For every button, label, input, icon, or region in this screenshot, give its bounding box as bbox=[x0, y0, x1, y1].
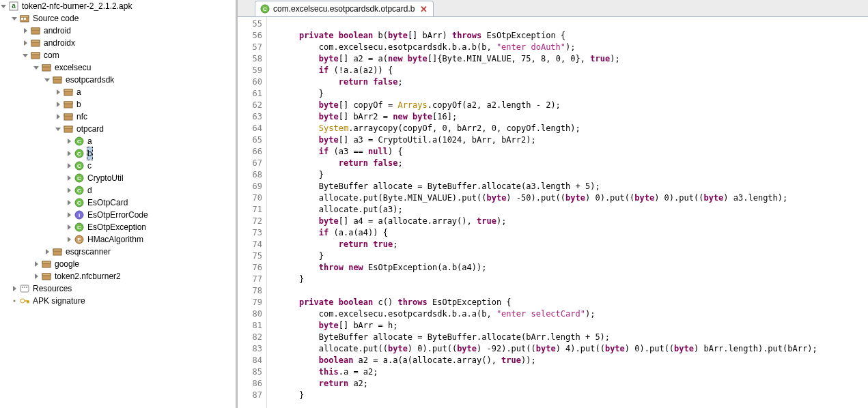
code-line: if (a3 == null) { bbox=[279, 146, 868, 158]
line-number: 83 bbox=[238, 343, 262, 355]
tree-node-oa[interactable]: Ca bbox=[66, 135, 236, 147]
tree-label: a bbox=[76, 86, 82, 98]
expand-icon[interactable] bbox=[66, 162, 72, 169]
tree-node-com[interactable]: com bbox=[22, 49, 236, 61]
tree-node-b1[interactable]: b bbox=[55, 98, 236, 111]
tree-node-od[interactable]: Cd bbox=[66, 184, 236, 196]
expand-icon[interactable] bbox=[66, 236, 72, 243]
line-number-gutter: 5556575859606162636465666768697071727374… bbox=[238, 17, 267, 408]
line-number: 79 bbox=[238, 297, 262, 308]
tree-node-otpcard[interactable]: otpcard bbox=[55, 123, 236, 135]
line-number: 85 bbox=[238, 366, 262, 378]
tree-node-esotpcardsdk[interactable]: esotpcardsdk bbox=[44, 74, 236, 86]
svg-text:E: E bbox=[77, 237, 81, 243]
code-line: com.excelsecu.esotpcardsdk.b.a.b(b, "ent… bbox=[279, 42, 868, 53]
line-number: 70 bbox=[238, 192, 262, 204]
expand-icon[interactable] bbox=[66, 212, 72, 218]
tree-node-ob[interactable]: Cb bbox=[66, 147, 236, 160]
tree-node-oc[interactable]: Cc bbox=[66, 160, 236, 172]
line-number: 58 bbox=[238, 53, 262, 65]
svg-rect-5 bbox=[24, 18, 26, 20]
tree-node-esotperrorcode[interactable]: IEsOtpErrorCode bbox=[66, 209, 236, 221]
collapse-icon[interactable] bbox=[55, 126, 61, 132]
expand-icon[interactable] bbox=[66, 224, 72, 231]
line-number: 68 bbox=[238, 169, 262, 181]
collapse-icon[interactable] bbox=[44, 76, 51, 83]
line-number: 78 bbox=[238, 285, 262, 297]
svg-rect-7 bbox=[31, 28, 40, 30]
code-line: return true; bbox=[279, 239, 868, 250]
tree-label: c bbox=[87, 160, 92, 172]
tree-node-esqrscanner[interactable]: esqrscanner bbox=[44, 246, 236, 258]
tree-label: Resources bbox=[32, 282, 72, 295]
collapse-icon[interactable] bbox=[0, 3, 7, 10]
tree-node-google[interactable]: google bbox=[33, 258, 236, 270]
tree-node-esotpexception[interactable]: CEsOtpException bbox=[66, 221, 236, 233]
tree-node-cryptoutil[interactable]: CCryptoUtil bbox=[66, 172, 236, 184]
code-line: } bbox=[279, 390, 868, 401]
collapse-icon[interactable] bbox=[33, 64, 40, 71]
code-line: allocate.put((byte) 0).put((byte) -92).p… bbox=[279, 343, 868, 355]
tree-node-nfc[interactable]: nfc bbox=[55, 111, 236, 123]
code-line: System.arraycopy(copyOf, 0, bArr2, 0, co… bbox=[279, 123, 868, 134]
tree-label: esqrscanner bbox=[65, 246, 111, 258]
pkg-icon bbox=[41, 259, 52, 269]
tree-node-apksignature[interactable]: APK signature bbox=[11, 295, 236, 307]
expand-icon[interactable] bbox=[66, 150, 72, 157]
tree-label: HMacAlgorithm bbox=[87, 233, 144, 246]
expand-icon[interactable] bbox=[55, 89, 61, 96]
expand-icon[interactable] bbox=[44, 248, 51, 255]
tree-node-sourceCode[interactable]: Source code bbox=[11, 12, 236, 25]
editor-tab-active[interactable]: C com.excelsecu.esotpcardsdk.otpcard.b ✕ bbox=[255, 1, 434, 16]
expand-icon[interactable] bbox=[66, 187, 72, 194]
svg-rect-23 bbox=[64, 126, 72, 128]
svg-text:C: C bbox=[77, 151, 81, 157]
svg-rect-15 bbox=[53, 77, 61, 79]
svg-point-51 bbox=[14, 300, 16, 302]
tree-node-resources[interactable]: Resources bbox=[11, 282, 236, 295]
line-number: 73 bbox=[238, 227, 262, 239]
code-line bbox=[279, 285, 868, 297]
expand-icon[interactable] bbox=[33, 261, 40, 267]
code-area[interactable]: private boolean b(byte[] bArr) throws Es… bbox=[267, 17, 868, 408]
expand-icon[interactable] bbox=[22, 27, 29, 34]
collapse-icon[interactable] bbox=[22, 52, 29, 59]
svg-rect-17 bbox=[64, 89, 72, 91]
pkg-icon bbox=[52, 246, 63, 257]
tree-label: token2.nfcburner2 bbox=[54, 270, 122, 282]
close-icon[interactable]: ✕ bbox=[420, 4, 428, 14]
tree-label: google bbox=[54, 258, 80, 270]
package-tree[interactable]: atoken2-nfc-burner-2_2.1.2.apkSource cod… bbox=[0, 0, 238, 408]
tree-node-android[interactable]: android bbox=[22, 25, 236, 37]
tree-node-hmacalgorithm[interactable]: EHMacAlgorithm bbox=[66, 233, 236, 246]
collapse-icon[interactable] bbox=[11, 15, 18, 22]
line-number: 77 bbox=[238, 274, 262, 285]
tree-node-root[interactable]: atoken2-nfc-burner-2_2.1.2.apk bbox=[0, 0, 236, 12]
svg-rect-47 bbox=[42, 274, 51, 276]
expand-icon[interactable] bbox=[22, 40, 29, 46]
code-line: boolean a2 = a.a(a(allocate.array(), tru… bbox=[279, 355, 868, 366]
expand-icon[interactable] bbox=[11, 285, 18, 292]
expand-icon[interactable] bbox=[66, 138, 72, 145]
expand-icon[interactable] bbox=[55, 101, 61, 108]
expand-icon[interactable] bbox=[33, 273, 40, 280]
line-number: 76 bbox=[238, 262, 262, 274]
class-icon: C bbox=[74, 148, 85, 159]
tree-node-esotpcard[interactable]: CEsOtpCard bbox=[66, 196, 236, 209]
svg-text:a: a bbox=[12, 2, 16, 10]
tree-node-excelsecu[interactable]: excelsecu bbox=[33, 61, 236, 74]
tree-node-androidx[interactable]: androidx bbox=[22, 37, 236, 49]
svg-rect-11 bbox=[31, 53, 40, 55]
class-icon: C bbox=[74, 197, 85, 208]
line-number: 62 bbox=[238, 100, 262, 111]
tree-node-token2nfcburner2[interactable]: token2.nfcburner2 bbox=[33, 270, 236, 282]
expand-icon[interactable] bbox=[55, 113, 61, 120]
class-icon: C bbox=[74, 222, 85, 233]
line-number: 86 bbox=[238, 378, 262, 390]
code-line: } bbox=[279, 250, 868, 262]
expand-icon[interactable] bbox=[66, 175, 72, 181]
expand-icon[interactable] bbox=[66, 199, 72, 206]
svg-point-50 bbox=[26, 287, 27, 288]
tree-node-a1[interactable]: a bbox=[55, 86, 236, 98]
line-number: 55 bbox=[238, 18, 262, 30]
